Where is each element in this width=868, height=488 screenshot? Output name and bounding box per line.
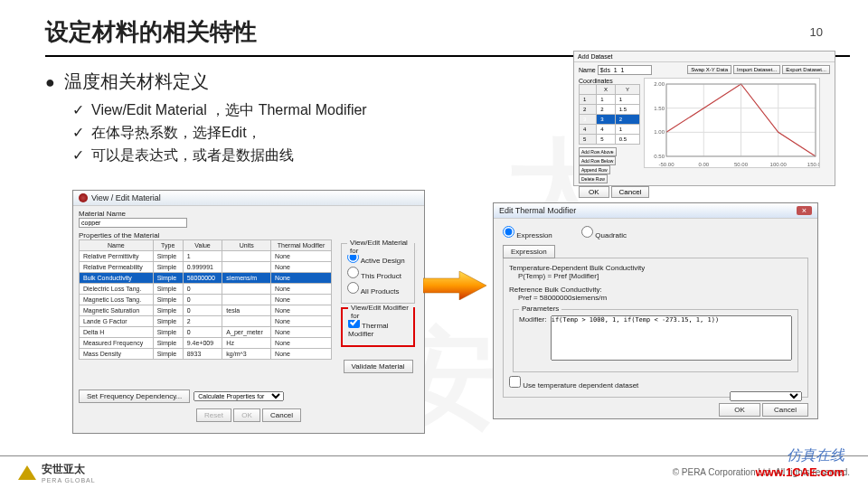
table-row[interactable]: 550.5 [580,135,640,145]
svg-text:150.00: 150.00 [807,162,820,167]
dialog-title: Edit Thermal Modifier [499,206,576,215]
table-row[interactable]: 221.5 [580,105,640,115]
col-thermal: Thermal Modifier [271,240,332,251]
modifier-group-label: View/Edit Modifier for [348,304,413,320]
add-dataset-dialog: Add Dataset Name Swap X-Y Data Import Da… [573,51,835,186]
viewedit-group-label: View/Edit Material for [347,239,414,255]
svg-marker-0 [423,271,486,300]
add-row-below-button[interactable]: Add Row Below [579,156,616,165]
table-row[interactable]: Lande G FactorSimple2None [80,316,332,327]
col-units: Units [222,240,271,251]
tempdep-label: Temperature-Dependent Bulk Conductivity [509,264,802,272]
footer: 安世亚太 PERA GLOBAL © PERA Corporation Ltd.… [0,455,868,488]
brand-cn: 安世亚太 [42,462,96,477]
reset-button: Reset [196,408,231,422]
table-row[interactable]: Mass DensitySimple8933kg/m^3None [80,349,332,360]
material-name-input[interactable] [79,218,187,228]
watermark-cn: 仿真在线 [756,446,844,465]
import-dataset-button[interactable]: Import Dataset... [733,65,780,74]
cancel-button[interactable]: Cancel [262,408,301,422]
swap-xy-button[interactable]: Swap X-Y Data [687,65,731,74]
cancel-button[interactable]: Cancel [762,403,808,417]
table-row[interactable]: Delta HSimple0A_per_meterNone [80,327,332,338]
dataset-chart: 0.501.001.502.00-50.000.0050.00100.00150… [644,78,820,168]
coordinates-table[interactable]: XY 111221.5332441550.5 [579,84,640,145]
brand-en: PERA GLOBAL [42,477,96,483]
dialog-title: View / Edit Material [91,193,161,202]
svg-text:0.50: 0.50 [654,154,665,159]
col-name: Name [80,240,154,251]
export-dataset-button[interactable]: Export Dataset... [782,65,830,74]
ok-button: OK [233,408,260,422]
check-use-dataset[interactable]: Use temperature dependent dataset [509,376,802,389]
arrow-icon [423,271,486,300]
table-row[interactable]: 332 [580,115,640,125]
dialog-titlebar[interactable]: Edit Thermal Modifier × [494,203,817,219]
radio-expression[interactable]: Expression [503,226,552,239]
modifier-input[interactable] [551,315,792,361]
dialog-titlebar[interactable]: View / Edit Material [73,191,424,206]
expression-tab[interactable]: Expression [503,245,555,258]
table-row[interactable]: Measured FrequencySimple9.4e+009HzNone [80,338,332,349]
ok-button[interactable]: OK [579,186,609,198]
svg-text:50.00: 50.00 [734,162,749,167]
add-row-above-button[interactable]: Add Row Above [579,147,617,156]
app-icon [79,193,88,202]
validate-material-button[interactable]: Validate Material [344,360,413,373]
calculate-select[interactable]: Calculate Properties for [193,391,284,401]
refbulk-value: Pref = 58000000siemens/m [518,294,802,302]
svg-text:1.00: 1.00 [654,129,665,135]
svg-text:1.50: 1.50 [654,106,665,111]
parameters-label: Parameters [519,305,561,313]
svg-text:2.00: 2.00 [654,81,665,87]
ok-button[interactable]: OK [719,403,760,417]
svg-text:100.00: 100.00 [770,162,788,167]
dataset-select[interactable] [730,391,802,401]
radio-this-product[interactable]: This Product [347,267,409,280]
material-name-label: Material Name [79,210,419,218]
name-label: Name [579,67,596,73]
table-row[interactable]: Relative PermittivitySimple1None [80,251,332,262]
svg-text:-50.00: -50.00 [658,162,675,167]
edit-thermal-modifier-dialog: Edit Thermal Modifier × Expression Quadr… [493,202,818,419]
logo-triangle-icon [18,465,36,480]
coords-label: Coordinates [579,78,640,84]
svg-text:0.00: 0.00 [698,162,709,167]
table-row[interactable]: 111 [580,95,640,105]
tempdep-formula: P(Temp) = Pref [Modifier] [518,272,802,280]
modifier-label: Modifier: [519,315,547,324]
watermark: 仿真在线 www.1CAE.com [756,446,844,479]
properties-table[interactable]: Name Type Value Units Thermal Modifier R… [79,239,332,360]
slide-title: 设定材料的相关特性 [45,16,823,48]
set-frequency-button[interactable]: Set Frequency Dependency... [79,389,190,403]
dialog-title: Add Dataset [574,52,835,62]
page-number: 10 [810,25,823,39]
table-row[interactable]: Dielectric Loss Tang.Simple0None [80,284,332,295]
refbulk-label: Reference Bulk Conductivity: [509,286,802,294]
radio-quadratic[interactable]: Quadratic [581,226,627,239]
table-row[interactable]: Magnetic Loss Tang.Simple0None [80,295,332,305]
append-row-button[interactable]: Append Row [579,165,610,174]
delete-row-button[interactable]: Delete Row [579,174,608,183]
col-type: Type [153,240,183,251]
close-icon[interactable]: × [797,206,812,215]
radio-all-products[interactable]: All Products [347,282,409,296]
cancel-button[interactable]: Cancel [611,186,650,198]
table-row[interactable]: Bulk ConductivitySimple58000000siemens/m… [80,273,332,284]
view-edit-material-dialog: View / Edit Material Material Name Prope… [72,190,425,434]
watermark-url: www.1CAE.com [756,465,844,479]
dataset-name-input[interactable] [598,65,652,75]
table-row[interactable]: Relative PermeabilitySimple0.999991None [80,262,332,273]
brand-logo: 安世亚太 PERA GLOBAL [18,462,96,483]
table-row[interactable]: 441 [580,125,640,135]
table-row[interactable]: Magnetic SaturationSimple0teslaNone [80,305,332,316]
col-value: Value [183,240,222,251]
